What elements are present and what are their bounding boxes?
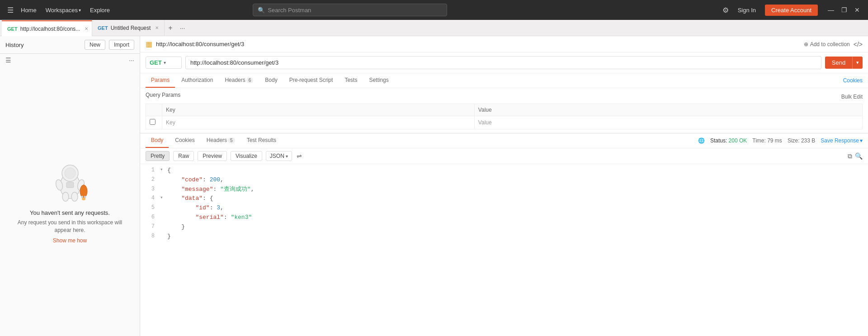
raw-view-button[interactable]: Raw xyxy=(173,151,194,161)
params-empty-row: Key Value xyxy=(146,116,863,129)
code-icon[interactable]: </> xyxy=(854,41,863,48)
sidebar-actions: New Import xyxy=(85,40,134,50)
workspaces-chevron-icon: ▾ xyxy=(79,8,81,13)
resp-tab-body[interactable]: Body xyxy=(146,133,169,148)
tab-close-icon[interactable]: ✕ xyxy=(85,26,88,31)
size-display: Size: 233 B xyxy=(788,137,815,144)
nav-home[interactable]: Home xyxy=(17,5,40,15)
hamburger-icon[interactable]: ☰ xyxy=(5,4,15,16)
tab-more-button[interactable]: ··· xyxy=(176,24,189,32)
status-badge: Status: 200 OK xyxy=(710,137,747,144)
resp-tab-cookies[interactable]: Cookies xyxy=(170,133,200,148)
more-icon[interactable]: ··· xyxy=(129,57,134,64)
nav-left: ☰ Home Workspaces ▾ Explore xyxy=(5,4,113,16)
cookies-link[interactable]: Cookies xyxy=(843,77,863,84)
add-to-collection-button[interactable]: ⊕ Add to collection xyxy=(804,41,850,47)
format-chevron-icon: ▾ xyxy=(286,154,288,159)
send-button[interactable]: Send xyxy=(825,57,852,69)
bulk-edit-button[interactable]: Bulk Edit xyxy=(841,94,863,100)
param-checkbox[interactable] xyxy=(150,119,156,125)
json-line-4: 4 ▾ "data" : { xyxy=(140,194,868,203)
minimize-button[interactable]: — xyxy=(825,5,837,14)
tab-add-button[interactable]: + xyxy=(165,24,176,32)
response-section: Body Cookies Headers5 Test Results 🌐 Sta… xyxy=(140,133,868,278)
resp-tab-test-results[interactable]: Test Results xyxy=(241,133,282,148)
empty-state-subtitle: Any request you send in this workspace w… xyxy=(9,219,131,234)
tab-close-icon-2[interactable]: ✕ xyxy=(155,25,159,30)
format-label: JSON xyxy=(270,153,284,159)
param-value-input[interactable]: Value xyxy=(478,119,492,126)
request-url-bar: ▦ http://localhost:80/consumer/get/3 ⊕ A… xyxy=(140,36,868,52)
svg-point-12 xyxy=(82,198,85,200)
astronaut-illustration xyxy=(43,159,97,204)
search-response-icon[interactable]: 🔍 xyxy=(855,152,863,160)
response-icons: ⧉ 🔍 xyxy=(848,152,863,160)
time-display: Time: 79 ms xyxy=(752,137,782,144)
wrap-button[interactable]: ⇌ xyxy=(297,152,302,160)
search-icon: 🔍 xyxy=(258,7,265,14)
request-input-row: GET ▾ Send ▾ xyxy=(140,52,868,73)
url-input[interactable] xyxy=(185,56,821,69)
tab-headers[interactable]: Headers6 xyxy=(219,73,259,88)
svg-rect-10 xyxy=(81,196,83,198)
key-column-header: Key xyxy=(162,104,475,116)
size-value: 233 B xyxy=(801,137,815,144)
method-select[interactable]: GET ▾ xyxy=(146,57,182,69)
params-table: Key Value Key Value xyxy=(146,104,863,129)
close-button[interactable]: ✕ xyxy=(852,5,863,14)
svg-point-2 xyxy=(65,168,75,179)
new-button[interactable]: New xyxy=(85,40,105,50)
resp-tab-headers[interactable]: Headers5 xyxy=(201,133,241,148)
send-dropdown-button[interactable]: ▾ xyxy=(852,57,863,69)
status-label: Status: xyxy=(710,137,727,144)
top-navigation: ☰ Home Workspaces ▾ Explore 🔍 Search Pos… xyxy=(0,0,868,20)
pretty-view-button[interactable]: Pretty xyxy=(146,151,170,161)
size-label: Size: xyxy=(788,137,800,144)
visualize-view-button[interactable]: Visualize xyxy=(231,151,262,161)
gear-icon[interactable]: ⚙ xyxy=(722,6,729,14)
tab-tests[interactable]: Tests xyxy=(339,73,363,88)
nav-workspaces[interactable]: Workspaces ▾ xyxy=(42,5,85,15)
maximize-button[interactable]: ❐ xyxy=(839,5,850,14)
json-line-2: 2 "code" : 200 , xyxy=(140,175,868,185)
sidebar-title: History xyxy=(5,42,24,48)
format-select[interactable]: JSON ▾ xyxy=(266,151,292,161)
query-params-title: Query Params xyxy=(146,92,180,98)
query-params-section: Query Params Bulk Edit Key Value Key Val… xyxy=(140,88,868,133)
json-line-7: 7 } xyxy=(140,222,868,232)
sidebar-header: History New Import xyxy=(0,36,140,54)
tab-settings[interactable]: Settings xyxy=(363,73,394,88)
tab-authorization[interactable]: Authorization xyxy=(176,73,218,88)
copy-icon[interactable]: ⧉ xyxy=(848,152,852,160)
tab-prerequest[interactable]: Pre-request Script xyxy=(284,73,339,88)
nav-explore[interactable]: Explore xyxy=(86,5,113,15)
param-key-input[interactable]: Key xyxy=(166,119,175,126)
show-me-link[interactable]: Show me how xyxy=(53,237,87,244)
tab-body[interactable]: Body xyxy=(259,73,283,88)
tab-url-2: Untitled Request xyxy=(111,25,151,31)
create-account-button[interactable]: Create Account xyxy=(765,5,818,16)
tab-get-consumer[interactable]: GET http://localhost:80/cons... ✕ xyxy=(2,20,92,37)
json-line-6: 6 "serial" : "ken3" xyxy=(140,213,868,222)
window-controls: — ❐ ✕ xyxy=(825,5,863,14)
tab-untitled[interactable]: GET Untitled Request ✕ xyxy=(92,20,165,36)
empty-state: You haven't sent any requests. Any reque… xyxy=(0,66,140,336)
save-response-button[interactable]: Save Response ▾ xyxy=(821,137,863,144)
preview-view-button[interactable]: Preview xyxy=(198,151,227,161)
search-bar[interactable]: 🔍 Search Postman xyxy=(253,4,447,16)
sidebar-filter-bar: ☰ ··· xyxy=(0,54,140,66)
method-chevron-icon: ▾ xyxy=(164,60,166,65)
filter-icon[interactable]: ☰ xyxy=(5,57,11,64)
sign-in-button[interactable]: Sign In xyxy=(732,5,761,15)
svg-point-5 xyxy=(62,192,69,201)
import-button[interactable]: Import xyxy=(109,40,134,50)
response-tab-bar: Body Cookies Headers5 Test Results 🌐 Sta… xyxy=(140,133,868,148)
tab-url: http://localhost:80/cons... xyxy=(20,26,80,32)
tab-params[interactable]: Params xyxy=(146,73,175,88)
value-column-header: Value xyxy=(474,104,862,116)
json-line-3: 3 "message" : "查询成功" , xyxy=(140,185,868,194)
globe-icon: 🌐 xyxy=(698,137,705,144)
response-status: 🌐 Status: 200 OK Time: 79 ms Size: 233 B xyxy=(698,137,863,144)
save-response-chevron-icon: ▾ xyxy=(860,137,863,144)
sidebar: History New Import ☰ ··· xyxy=(0,36,140,336)
